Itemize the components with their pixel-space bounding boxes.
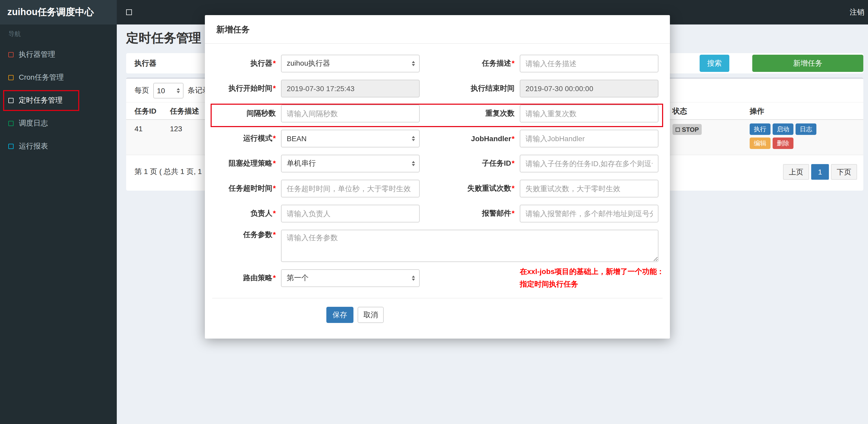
required-asterisk: * (273, 273, 276, 282)
log-button[interactable]: 日志 (796, 124, 816, 135)
required-asterisk: * (273, 184, 276, 192)
sidebar-toggle-icon (126, 9, 132, 15)
status-badge: STOP (673, 124, 702, 135)
select-arrows-icon (177, 88, 180, 93)
modal-footer: 保存 取消 (212, 298, 662, 338)
select-arrows-icon (412, 275, 415, 281)
pagination-summary: 第 1 页 ( 总共 1 页, 1 (134, 167, 202, 176)
cancel-button[interactable]: 取消 (358, 307, 384, 323)
interval-label: 间隔秒数 (212, 109, 276, 118)
author-input[interactable] (281, 205, 420, 222)
row-actions: 执行 启动 日志 编辑 删除 (750, 124, 828, 152)
status-text: STOP (682, 126, 699, 133)
add-task-button[interactable]: 新增任务 (752, 55, 863, 72)
alarm-email-input[interactable] (520, 205, 658, 222)
execute-button[interactable]: 执行 (750, 124, 771, 135)
sidebar-item-dispatch-log[interactable]: 调度日志 (0, 112, 117, 135)
executor-filter-label: 执行器 (134, 53, 156, 73)
column-header-operation: 操作 (750, 103, 764, 120)
save-button[interactable]: 保存 (327, 307, 353, 323)
required-asterisk: * (273, 84, 276, 92)
sidebar-item-run-report[interactable]: 运行报表 (0, 135, 117, 158)
per-page-select[interactable]: 10 (153, 83, 184, 98)
feature-note-line1: 在xxl-jobs项目的基础上，新增了一个功能： (520, 266, 658, 278)
required-asterisk: * (512, 209, 515, 217)
child-job-input[interactable] (520, 155, 658, 172)
job-handler-label: JobHandler* (425, 134, 515, 143)
select-arrows-icon (412, 136, 415, 141)
stop-square-icon (676, 127, 680, 132)
block-strategy-select[interactable]: 单机串行 (281, 155, 420, 172)
cell-task-desc: 123 (170, 125, 182, 133)
fail-retry-input[interactable] (520, 180, 658, 197)
required-asterisk: * (273, 159, 276, 167)
sidebar-item-label: Cron任务管理 (19, 73, 64, 82)
sidebar-item-label: 执行器管理 (19, 50, 55, 59)
timeout-label: 任务超时时间* (212, 184, 276, 193)
required-asterisk: * (273, 230, 276, 238)
block-strategy-label: 阻塞处理策略* (212, 159, 276, 168)
block-strategy-select-value: 单机串行 (287, 159, 316, 168)
job-param-textarea[interactable] (281, 230, 658, 262)
delete-button[interactable]: 删除 (773, 137, 794, 149)
square-icon (8, 98, 13, 103)
glue-type-select-value: BEAN (287, 134, 307, 143)
square-icon (8, 121, 13, 126)
glue-type-select[interactable]: BEAN (281, 130, 420, 148)
route-strategy-label: 路由策略* (212, 273, 276, 283)
sidebar-item-label: 调度日志 (19, 119, 48, 128)
cell-task-id: 41 (134, 125, 143, 133)
pagination-controls: 上页 1 下页 (783, 164, 857, 180)
sidebar-item-scheduled-task-manage[interactable]: 定时任务管理 (0, 89, 117, 112)
job-handler-input[interactable] (520, 130, 658, 148)
child-job-label: 子任务ID* (425, 159, 515, 168)
required-asterisk: * (512, 159, 515, 167)
executor-select-value: zuihou执行器 (287, 59, 330, 68)
alarm-email-label: 报警邮件* (425, 209, 515, 218)
column-header-status: 状态 (673, 103, 687, 120)
start-button[interactable]: 启动 (773, 124, 794, 135)
page-number-button[interactable]: 1 (811, 164, 829, 180)
job-desc-input[interactable] (520, 55, 658, 72)
square-icon (8, 52, 13, 57)
sidebar-item-cron-task-manage[interactable]: Cron任务管理 (0, 66, 117, 89)
add-task-modal: 新增任务 执行器* zuihou执行器 任务描述* 执行开始时间* 执行结束时间… (205, 15, 670, 338)
end-time-input[interactable] (520, 80, 658, 97)
start-time-input[interactable] (281, 80, 420, 97)
interval-input[interactable] (281, 105, 420, 122)
sidebar: 导航 执行器管理 Cron任务管理 定时任务管理 调度日志 运行报表 (0, 25, 117, 424)
end-time-label: 执行结束时间 (425, 84, 515, 93)
author-label: 负责人* (212, 209, 276, 218)
executor-label: 执行器* (212, 59, 276, 68)
glue-type-label: 运行模式* (212, 134, 276, 143)
timeout-input[interactable] (281, 180, 420, 197)
sidebar-item-label: 定时任务管理 (19, 96, 63, 105)
edit-button[interactable]: 编辑 (750, 137, 771, 149)
repeat-input[interactable] (520, 105, 658, 122)
per-page-label: 每页 (134, 79, 149, 102)
brand-title[interactable]: zuihou任务调度中心 (0, 0, 117, 25)
column-header-task-id: 任务ID (134, 103, 156, 120)
sidebar-toggle-button[interactable] (117, 0, 141, 25)
fail-retry-label: 失败重试次数* (425, 184, 515, 193)
select-arrows-icon (412, 61, 415, 66)
prev-page-button[interactable]: 上页 (783, 164, 809, 180)
search-button[interactable]: 搜索 (700, 55, 729, 72)
modal-title: 新增任务 (205, 15, 670, 44)
sidebar-item-executor-manage[interactable]: 执行器管理 (0, 43, 117, 66)
required-asterisk: * (512, 184, 515, 192)
repeat-label: 重复次数 (425, 109, 515, 118)
route-strategy-select[interactable]: 第一个 (281, 269, 420, 287)
next-page-button[interactable]: 下页 (831, 164, 857, 180)
executor-select[interactable]: zuihou执行器 (281, 55, 420, 72)
modal-body: 执行器* zuihou执行器 任务描述* 执行开始时间* 执行结束时间 间隔秒数… (205, 44, 670, 338)
per-page-value: 10 (157, 87, 165, 95)
sidebar-item-label: 运行报表 (19, 142, 48, 151)
logout-link[interactable]: 注销 (847, 0, 867, 25)
required-asterisk: * (273, 209, 276, 217)
feature-note: 在xxl-jobs项目的基础上，新增了一个功能： 指定时间执行任务 (520, 266, 658, 290)
required-asterisk: * (512, 59, 515, 67)
square-icon (8, 75, 13, 80)
job-desc-label: 任务描述* (425, 59, 515, 68)
job-param-label: 任务参数* (212, 226, 276, 239)
